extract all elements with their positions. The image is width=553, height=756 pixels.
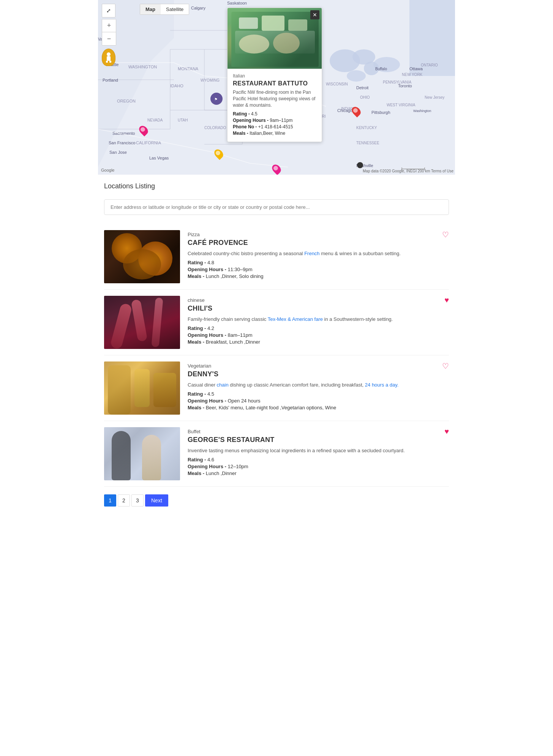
popup-meals: Meals - Italian,Beer, Wine — [233, 131, 316, 136]
svg-text:Sacramento: Sacramento — [112, 131, 135, 136]
pegman-control[interactable] — [102, 49, 115, 66]
map-type-toggle: Map Satellite — [140, 4, 189, 15]
favorite-button-3[interactable]: ♥ — [444, 427, 449, 436]
restaurant-category-0: Pizza — [188, 232, 449, 237]
restaurant-meals-3: Meals - Lunch ,Dinner — [188, 470, 449, 476]
restaurant-rating-2: Rating - 4.5 — [188, 391, 449, 397]
svg-text:WASHINGTON: WASHINGTON — [128, 65, 157, 69]
page-2-button[interactable]: 2 — [118, 494, 130, 507]
svg-text:San Francisco: San Francisco — [109, 140, 135, 145]
svg-rect-67 — [106, 61, 108, 63]
popup-hours: Opening Hours - 9am–11pm — [233, 118, 316, 123]
map-type-map-button[interactable]: Map — [140, 4, 161, 14]
restaurant-info-1: chinese CHILI'S Family-friendly chain se… — [188, 296, 449, 346]
svg-text:OHIO: OHIO — [360, 95, 370, 99]
restaurant-description-2: Casual diner chain dishing up classic Am… — [188, 381, 449, 389]
zoom-in-button[interactable]: + — [102, 19, 116, 32]
restaurant-meals-2: Meals - Beer, Kids' menu, Late-night foo… — [188, 405, 449, 410]
svg-text:TENNESSEE: TENNESSEE — [356, 141, 379, 145]
svg-text:Pittsburgh: Pittsburgh — [371, 110, 390, 115]
page-3-button[interactable]: 3 — [131, 494, 144, 507]
favorite-button-0[interactable]: ♡ — [442, 230, 449, 239]
svg-text:Washington: Washington — [413, 109, 431, 113]
pagination: 1 2 3 Next — [104, 487, 449, 514]
svg-text:UTAH: UTAH — [178, 118, 188, 122]
svg-text:Saskatoon: Saskatoon — [227, 1, 247, 5]
listing-title: Locations Listing — [104, 182, 449, 193]
map-popup: ✕ ♥ Italian RESTAURANT BATTUTO Pacific N… — [227, 8, 322, 142]
restaurant-category-3: Buffet — [188, 429, 449, 434]
svg-point-14 — [347, 70, 366, 82]
popup-rating: Rating - 4.5 — [233, 111, 316, 117]
popup-restaurant-image — [228, 8, 322, 69]
restaurant-name-1: CHILI'S — [188, 305, 449, 313]
svg-text:WISCONSIN: WISCONSIN — [326, 82, 348, 86]
google-logo: Google — [101, 168, 114, 172]
svg-text:Calgary: Calgary — [191, 6, 205, 10]
restaurant-info-2: Vegetarian DENNY'S Casual diner chain di… — [188, 361, 449, 412]
svg-text:San Jose: San Jose — [109, 150, 127, 155]
restaurant-name-0: CAFÉ PROVENCE — [188, 239, 449, 247]
map-background: WASHINGTON OREGON IDAHO CALIFORNIA MONTA… — [98, 0, 455, 175]
favorite-button-2[interactable]: ♡ — [442, 361, 449, 371]
popup-category: Italian — [233, 73, 316, 79]
svg-point-65 — [107, 52, 111, 56]
svg-text:Las Vegas: Las Vegas — [149, 156, 169, 160]
svg-text:WEST VIRGINIA: WEST VIRGINIA — [387, 103, 416, 107]
listing-section: Locations Listing Pizza CAFÉ PROVENCE Ce… — [98, 175, 455, 522]
popup-body: ♥ Italian RESTAURANT BATTUTO Pacific NW … — [228, 69, 322, 142]
next-page-button[interactable]: Next — [145, 494, 168, 507]
restaurant-category-1: chinese — [188, 297, 449, 303]
restaurant-description-0: Celebrated country-chic bistro presentin… — [188, 250, 449, 257]
svg-rect-68 — [109, 61, 111, 63]
map-controls: ⤢ + − — [102, 4, 116, 66]
restaurant-name-2: DENNY'S — [188, 370, 449, 378]
map-section: WASHINGTON OREGON IDAHO CALIFORNIA MONTA… — [98, 0, 455, 175]
page-1-button[interactable]: 1 — [104, 494, 116, 507]
zoom-out-button[interactable]: − — [102, 32, 116, 45]
svg-text:Toronto: Toronto — [398, 84, 412, 88]
expand-button[interactable]: ⤢ — [102, 4, 115, 17]
location-search-input[interactable] — [104, 199, 449, 215]
popup-phone: Phone No - +1 418-614-4515 — [233, 124, 316, 129]
restaurant-card-1: chinese CHILI'S Family-friendly chain se… — [104, 290, 449, 355]
popup-title: RESTAURANT BATTUTO — [233, 80, 316, 87]
restaurant-info-3: Buffet GEORGE'S RESTAURANT Inventive tas… — [188, 427, 449, 477]
svg-text:New Jersey: New Jersey — [425, 95, 444, 99]
restaurant-rating-1: Rating - 4.2 — [188, 325, 449, 331]
restaurant-meals-0: Meals - Lunch ,Dinner, Solo dining — [188, 273, 449, 279]
svg-text:WYOMING: WYOMING — [201, 78, 220, 82]
svg-text:COLORADO: COLORADO — [204, 126, 226, 130]
restaurant-rating-3: Rating - 4.6 — [188, 457, 449, 462]
svg-text:Buffalo: Buffalo — [375, 67, 387, 71]
svg-text:Chicago: Chicago — [337, 108, 352, 113]
restaurant-description-3: Inventive tasting menus emphasizing loca… — [188, 447, 449, 455]
restaurant-image-1 — [104, 296, 180, 349]
map-attribution: Map data ©2020 Google, INEGI 200 km Term… — [363, 169, 453, 173]
restaurant-card-2: Vegetarian DENNY'S Casual diner chain di… — [104, 355, 449, 421]
popup-close-button[interactable]: ✕ — [310, 10, 319, 19]
restaurant-image-2 — [104, 361, 180, 415]
restaurant-info-0: Pizza CAFÉ PROVENCE Celebrated country-c… — [188, 230, 449, 280]
restaurant-category-2: Vegetarian — [188, 363, 449, 369]
restaurant-hours-0: Opening Hours - 11:30–9pm — [188, 267, 449, 272]
restaurant-meals-1: Meals - Breakfast, Lunch ,Dinner — [188, 339, 449, 345]
restaurant-rating-0: Rating - 4.8 — [188, 260, 449, 265]
svg-text:Ottawa: Ottawa — [409, 66, 423, 71]
svg-text:IDAHO: IDAHO — [170, 84, 183, 88]
restaurant-hours-2: Opening Hours - Open 24 hours — [188, 398, 449, 404]
map-pin-5[interactable] — [357, 162, 363, 168]
restaurant-hours-3: Opening Hours - 12–10pm — [188, 464, 449, 469]
restaurant-hours-1: Opening Hours - 8am–11pm — [188, 332, 449, 338]
restaurant-image-0 — [104, 230, 180, 283]
svg-text:NEVADA: NEVADA — [147, 118, 163, 122]
svg-text:⚑: ⚑ — [214, 97, 218, 101]
svg-text:KENTUCKY: KENTUCKY — [356, 126, 377, 130]
favorite-button-1[interactable]: ♥ — [444, 296, 449, 305]
restaurant-image-3 — [104, 427, 180, 480]
svg-rect-66 — [107, 56, 111, 61]
map-type-satellite-button[interactable]: Satellite — [161, 4, 189, 14]
svg-text:OREGON: OREGON — [117, 99, 136, 103]
svg-text:ONTARIO: ONTARIO — [421, 63, 438, 67]
svg-text:NEW YORK: NEW YORK — [402, 73, 423, 77]
